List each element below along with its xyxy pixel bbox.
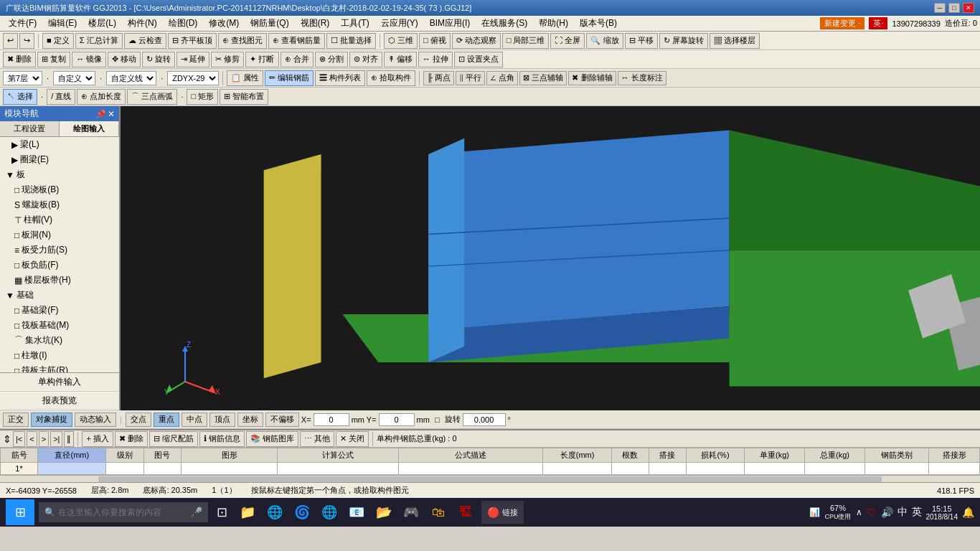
object-snap-button[interactable]: 对象捕捉 xyxy=(31,413,72,427)
fullscreen-button[interactable]: ⛶ 全屏 xyxy=(550,33,585,49)
insert-button[interactable]: + 插入 xyxy=(82,431,113,447)
screen-rotate-button[interactable]: ↻ 屏幕旋转 xyxy=(659,33,708,49)
three-point-axis-button[interactable]: ⊠ 三点辅轴 xyxy=(519,71,567,85)
stretch-button[interactable]: ↔ 拉伸 xyxy=(418,52,453,67)
break-button[interactable]: ✦ 打断 xyxy=(245,52,278,67)
cell-grade[interactable] xyxy=(106,463,143,475)
pinned-app-mail[interactable]: 📧 xyxy=(345,501,368,524)
select-floor-button[interactable]: ▦ 选择楼层 xyxy=(710,33,760,49)
no-offset-button[interactable]: 不偏移 xyxy=(265,413,299,427)
scale-rebar-button[interactable]: ⊟ 缩尺配筋 xyxy=(149,431,198,447)
extend-button[interactable]: ⇥ 延伸 xyxy=(176,52,209,67)
offset-button[interactable]: ↟ 偏移 xyxy=(384,52,417,67)
tab-project-settings[interactable]: 工程设置 xyxy=(0,121,60,136)
set-grip-button[interactable]: ⊡ 设置夹点 xyxy=(454,52,503,67)
select-button[interactable]: ↖ 选择 xyxy=(3,89,37,105)
report-preview-button[interactable]: 报表预览 xyxy=(0,392,119,410)
single-component-button[interactable]: 单构件输入 xyxy=(0,373,119,392)
dynamic-input-button[interactable]: 动态输入 xyxy=(75,413,116,427)
col-header-diameter[interactable]: 直径(mm) xyxy=(38,448,106,463)
pick-component-button[interactable]: ⊕ 拾取构件 xyxy=(367,70,415,86)
menu-tools[interactable]: 工具(T) xyxy=(335,16,374,31)
code-select[interactable]: ZDYX-29 xyxy=(167,71,219,85)
arrow-icon[interactable]: ∧ xyxy=(856,507,862,517)
cell-desc[interactable] xyxy=(398,463,543,475)
menu-edit[interactable]: 编辑(E) xyxy=(42,16,83,31)
orthogonal-button[interactable]: 正交 xyxy=(3,413,29,427)
cell-figno[interactable] xyxy=(143,463,181,475)
tree-item-fbzj[interactable]: □ 筏板主筋(R) xyxy=(0,363,119,372)
close-panel-button[interactable]: ✕ 关闭 xyxy=(336,431,369,447)
dynamic-view-button[interactable]: ⟳ 动态观察 xyxy=(452,33,501,49)
menu-file[interactable]: 文件(F) xyxy=(3,16,42,31)
plan-view-button[interactable]: □ 俯视 xyxy=(419,33,451,49)
tree-item-beam[interactable]: ▶ 梁(L) xyxy=(0,137,119,152)
line-draw-button[interactable]: / 直线 xyxy=(47,89,75,105)
flat-button[interactable]: ⊟ 平移 xyxy=(625,33,658,49)
nav-first-button[interactable]: |< xyxy=(13,431,25,447)
menu-modify[interactable]: 修改(M) xyxy=(203,16,245,31)
menu-bim[interactable]: BIM应用(I) xyxy=(424,16,476,31)
notification-bell[interactable]: 🔔 xyxy=(962,507,974,518)
menu-version[interactable]: 版本号(B) xyxy=(574,16,623,31)
point-length-button[interactable]: ⊕ 点加长度 xyxy=(77,89,126,105)
cell-lap[interactable] xyxy=(649,463,686,475)
nav-next-button[interactable]: > xyxy=(39,431,49,447)
delete-button[interactable]: ✖ 删除 xyxy=(3,52,36,67)
rotate-button[interactable]: ↻ 旋转 xyxy=(142,52,175,67)
rectangle-button[interactable]: □ 矩形 xyxy=(187,89,218,105)
pinned-app-explorer[interactable]: 📁 xyxy=(236,501,259,524)
vertex-button[interactable]: 顶点 xyxy=(209,413,235,427)
task-view-button[interactable]: ⊡ xyxy=(212,504,232,520)
nav-prev-button[interactable]: < xyxy=(27,431,37,447)
tree-item-bslj[interactable]: ≡ 板受力筋(S) xyxy=(0,242,119,258)
split-button[interactable]: ⊗ 分割 xyxy=(315,52,348,67)
cell-loss[interactable] xyxy=(687,463,745,475)
zoom-out-button[interactable]: 🔍 缩放 xyxy=(586,33,623,49)
pinned-app-edge[interactable]: 🌀 xyxy=(291,501,314,524)
copy-button[interactable]: ⊞ 复制 xyxy=(37,52,70,67)
menu-cloud[interactable]: 云应用(Y) xyxy=(375,16,424,31)
resize-icon[interactable]: ⇕ xyxy=(3,433,11,445)
mirror-button[interactable]: ↔ 镜像 xyxy=(72,52,106,67)
center-button[interactable]: 中点 xyxy=(182,413,207,427)
tree-group-ban[interactable]: ▼ 板 xyxy=(0,167,119,182)
tree-item-lcbd[interactable]: ▦ 楼层板带(H) xyxy=(0,273,119,288)
other-button[interactable]: ⋯ 其他 xyxy=(300,431,334,447)
nav-pause-button[interactable]: ‖ xyxy=(64,431,74,447)
component-list-button[interactable]: ☰ 构件列表 xyxy=(315,70,365,86)
menu-quantity[interactable]: 钢筋量(Q) xyxy=(245,16,294,31)
sidebar-close-icon[interactable]: ✕ xyxy=(108,109,115,119)
align-button[interactable]: ⊜ 对齐 xyxy=(349,52,382,67)
tree-item-ql[interactable]: ▶ 圈梁(E) xyxy=(0,152,119,167)
rebar-lib-button[interactable]: 📚 钢筋图库 xyxy=(246,431,298,447)
nav-last-button[interactable]: >| xyxy=(50,431,62,447)
menu-help[interactable]: 帮助(H) xyxy=(533,16,574,31)
sum-calculate-button[interactable]: Σ 汇总计算 xyxy=(75,33,123,49)
angle-button[interactable]: ∠ 点角 xyxy=(486,71,518,85)
search-area[interactable]: 🔍 🎤 xyxy=(39,502,208,522)
lang-icon[interactable]: 英 xyxy=(912,506,922,519)
menu-view[interactable]: 视图(R) xyxy=(295,16,336,31)
network-icon[interactable]: 🔊 xyxy=(881,507,893,518)
rotate-input[interactable] xyxy=(463,413,506,426)
search-input[interactable] xyxy=(58,507,187,517)
local-3d-button[interactable]: □ 局部三维 xyxy=(502,33,550,49)
property-button[interactable]: 📋 属性 xyxy=(227,70,263,86)
antivirus-icon[interactable]: 🛡 xyxy=(867,507,877,518)
active-app-indicator[interactable]: 🔴 链接 xyxy=(481,501,524,524)
sidebar-pin-icon[interactable]: 📌 xyxy=(95,109,106,119)
pinned-app-folder[interactable]: 📂 xyxy=(372,501,395,524)
close-button[interactable]: ✕ xyxy=(963,3,974,13)
tree-item-lxb[interactable]: S 螺旋板(B) xyxy=(0,197,119,212)
pinned-app-glodon[interactable]: 🏗 xyxy=(454,501,477,524)
cell-unit-weight[interactable] xyxy=(744,463,804,475)
undo-button[interactable]: ↩ xyxy=(3,33,18,49)
parallel-button[interactable]: ∥ 平行 xyxy=(456,71,485,85)
floor-select[interactable]: 第7层 xyxy=(3,71,42,85)
move-button[interactable]: ✥ 移动 xyxy=(108,52,141,67)
rebar-info-button[interactable]: ℹ 钢筋信息 xyxy=(199,431,245,447)
tree-item-xjb[interactable]: □ 现浇板(B) xyxy=(0,182,119,197)
cell-count[interactable] xyxy=(611,463,649,475)
redo-button[interactable]: ↪ xyxy=(19,33,34,49)
